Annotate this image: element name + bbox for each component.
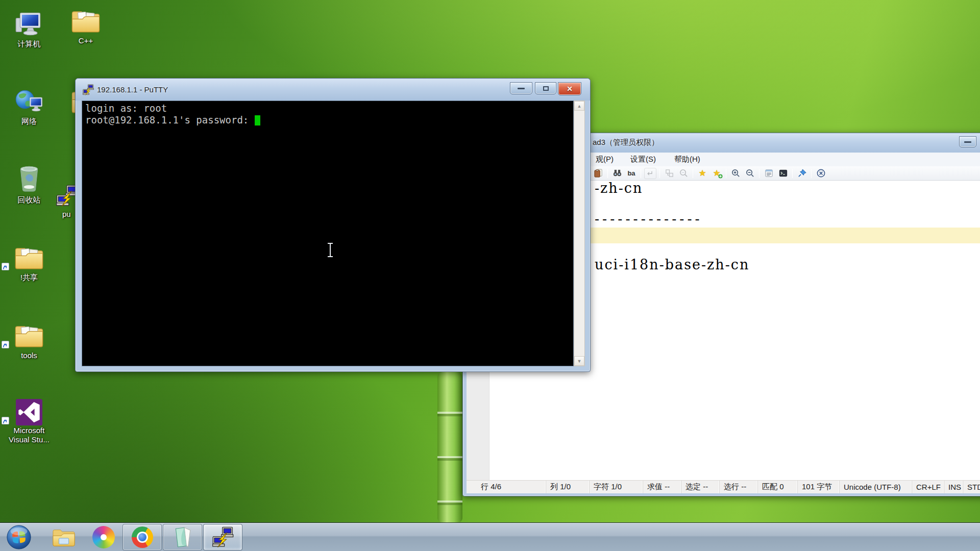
- pin-icon[interactable]: [796, 168, 808, 179]
- putty-scrollbar[interactable]: ▲ ▼: [574, 101, 585, 366]
- desktop-icon-label: 网络: [0, 117, 58, 126]
- add-favorite-icon[interactable]: ★: [710, 168, 723, 179]
- desktop-icon-label: MicrosoftVisual Stu...: [0, 426, 58, 444]
- status-insert-mode: INS: [944, 481, 963, 493]
- status-matches: 匹配 0: [757, 481, 797, 493]
- notepad3-window-title: ad3（管理员权限）: [593, 138, 659, 147]
- status-selchars: 选定 --: [681, 481, 719, 493]
- taskbar-chrome-button[interactable]: [122, 524, 162, 550]
- putty-window: 192.168.1.1 - PuTTY ✕ login as: root roo…: [75, 78, 591, 372]
- desktop-icon-visual-studio[interactable]: MicrosoftVisual Stu...: [0, 394, 58, 444]
- taskbar-putty-button[interactable]: [203, 524, 242, 550]
- recycle-bin-icon: [0, 163, 58, 193]
- taskbar-browser-button[interactable]: [84, 524, 123, 550]
- desktop: 计算机 C++ 网络 回收站 pu !共享 tools: [0, 0, 980, 551]
- status-eval: 求值 --: [643, 481, 681, 493]
- taskbar-explorer-button[interactable]: [44, 524, 83, 550]
- putty-titlebar[interactable]: 192.168.1.1 - PuTTY ✕: [76, 79, 590, 101]
- desktop-icon-network[interactable]: 网络: [0, 85, 58, 126]
- terminal-cursor: [255, 115, 260, 126]
- shortcut-arrow-icon: [2, 417, 9, 424]
- desktop-icon-cpp[interactable]: C++: [57, 4, 115, 45]
- bamboo-wallpaper-stalk: [437, 372, 462, 523]
- notepad3-icon: [172, 527, 193, 548]
- desktop-icon-label: tools: [0, 351, 58, 360]
- folder-icon: [57, 4, 115, 34]
- desktop-icon-label: 回收站: [0, 195, 58, 205]
- terminal-line-2: root@192.168.1.1's password:: [85, 114, 255, 126]
- copy-add-icon[interactable]: [663, 168, 675, 179]
- desktop-icon-share[interactable]: !共享: [0, 241, 58, 282]
- taskbar-notepad3-button[interactable]: [163, 524, 202, 550]
- status-column: 列 1/0: [546, 481, 589, 493]
- folder-shortcut-icon: [0, 241, 58, 270]
- putty-window-icon: [83, 84, 94, 95]
- zoom-in-icon[interactable]: [729, 168, 742, 179]
- status-encoding: Unicode (UTF-8): [839, 481, 912, 493]
- putty-icon: [212, 527, 234, 548]
- console-icon[interactable]: [777, 168, 789, 179]
- visual-studio-icon: [0, 394, 58, 423]
- menu-view[interactable]: 观(P): [591, 153, 618, 166]
- menu-help[interactable]: 帮助(H): [670, 153, 705, 166]
- status-sellines: 选行 --: [719, 481, 757, 493]
- ibeam-mouse-cursor: [327, 243, 334, 257]
- desktop-icon-label: C++: [57, 36, 115, 45]
- word-wrap-icon[interactable]: ↵: [644, 168, 656, 179]
- taskbar: ▲ 14:42 2020/6/28: [0, 522, 980, 551]
- notepad3-minimize-button[interactable]: [959, 136, 976, 147]
- zoom-out-icon[interactable]: [744, 168, 756, 179]
- putty-window-title: 192.168.1.1 - PuTTY: [97, 85, 168, 94]
- putty-minimize-button[interactable]: [510, 82, 532, 94]
- notepad3-statusbar: 行 4/6 列 1/0 字符 1/0 求值 -- 选定 -- 选行 -- 匹配 …: [467, 480, 980, 493]
- paste-icon[interactable]: [592, 168, 604, 179]
- scroll-up-button[interactable]: ▲: [574, 101, 584, 111]
- scheme-settings-icon[interactable]: [763, 168, 775, 179]
- status-std: STD: [963, 481, 980, 493]
- editor-line-6: uci-i18n-base-zh-cn: [595, 257, 749, 272]
- favorites-icon[interactable]: ★: [696, 168, 708, 179]
- editor-line-1: -zh-cn: [595, 181, 643, 196]
- status-line: 行 4/6: [477, 481, 546, 493]
- network-icon: [0, 85, 58, 114]
- editor-line-3: --------------: [595, 211, 703, 227]
- desktop-icon-computer[interactable]: 计算机: [0, 7, 58, 48]
- replace-icon[interactable]: ba: [625, 168, 638, 179]
- status-char: 字符 1/0: [589, 481, 643, 493]
- scroll-down-button[interactable]: ▼: [574, 356, 584, 366]
- putty-close-button[interactable]: ✕: [558, 82, 581, 95]
- status-eol: CR+LF: [912, 481, 944, 493]
- putty-terminal[interactable]: login as: root root@192.168.1.1's passwo…: [82, 101, 574, 366]
- file-explorer-icon: [52, 527, 76, 547]
- find-icon[interactable]: [611, 168, 623, 179]
- status-bytes: 101 字节: [797, 481, 839, 493]
- desktop-icon-label: 计算机: [0, 39, 58, 48]
- desktop-icon-label: !共享: [0, 273, 58, 282]
- browser-swirl-icon: [92, 526, 115, 548]
- desktop-icon-tools[interactable]: tools: [0, 319, 58, 360]
- desktop-icon-recycle-bin[interactable]: 回收站: [0, 163, 58, 205]
- exit-icon[interactable]: [815, 168, 827, 179]
- windows-start-orb-icon: [6, 524, 32, 550]
- shortcut-arrow-icon: [2, 341, 9, 348]
- menu-settings[interactable]: 设置(S): [626, 153, 660, 166]
- terminal-line-1: login as: root: [85, 103, 167, 114]
- shortcut-arrow-icon: [2, 263, 9, 270]
- start-button[interactable]: [4, 524, 34, 550]
- computer-icon: [0, 7, 58, 37]
- folder-shortcut-icon: [0, 319, 58, 348]
- chrome-icon: [132, 527, 153, 548]
- putty-maximize-button[interactable]: [535, 82, 556, 94]
- find-in-selection-icon[interactable]: [677, 168, 690, 179]
